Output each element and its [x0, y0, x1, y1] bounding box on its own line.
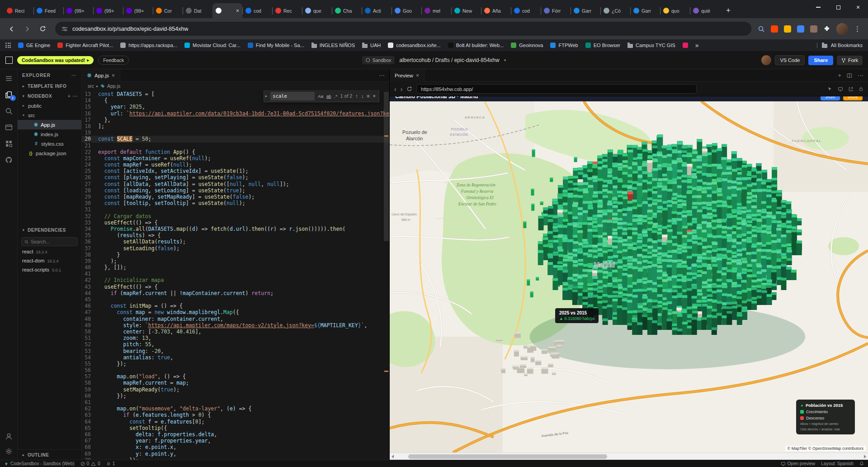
browser-tab[interactable]: mel	[421, 3, 451, 18]
breadcrumb-folder[interactable]: src	[88, 83, 94, 89]
code-line[interactable]: 59 setMapReady(true);	[82, 386, 389, 393]
back-button[interactable]	[5, 23, 18, 35]
scroll-right-icon[interactable]	[864, 455, 866, 458]
close-tab-icon[interactable]: ×	[416, 72, 419, 79]
code-line[interactable]: 18];	[82, 123, 389, 129]
more-actions-icon[interactable]: ⋯	[858, 72, 863, 79]
extensions-icon[interactable]	[5, 140, 13, 148]
tab-close-icon[interactable]: ×	[236, 8, 239, 14]
open-preview-button[interactable]: Open preview	[781, 461, 816, 466]
code-line[interactable]: 49 style: `https://api.maptiler.com/maps…	[82, 322, 389, 329]
browser-tab[interactable]: Cha	[332, 3, 362, 18]
code-line[interactable]: 20const SCALE = 50;	[82, 136, 389, 142]
code-line[interactable]: 27 const [allData, setAllData] = useStat…	[82, 181, 389, 187]
puzzle-extensions-icon[interactable]	[823, 25, 830, 33]
browser-tab[interactable]: cod	[511, 3, 541, 18]
browser-tab[interactable]: Rec	[272, 3, 302, 18]
code-line[interactable]: 25 const [activeIdx, setActiveIdx] = use…	[82, 168, 389, 174]
preview-reload-icon[interactable]	[406, 86, 412, 92]
map-attribution[interactable]: © MapTiler © OpenStreetMap contributors	[785, 446, 866, 451]
fork-button[interactable]: Fork	[837, 56, 863, 65]
section-dependencies[interactable]: ▾ DEPENDENCIES	[18, 225, 81, 235]
code-line[interactable]: 55 });	[82, 361, 389, 367]
tree-item-app-js[interactable]: App.js	[18, 120, 81, 129]
sandbox-breadcrumb[interactable]: albertocohub / Drafts / epic-david-854xh…	[399, 57, 499, 63]
find-in-selection-icon[interactable]: ≡	[367, 93, 369, 99]
profile-avatar[interactable]	[836, 23, 848, 35]
code-line[interactable]: 70 });	[82, 457, 389, 460]
code-line[interactable]: 63 if (e.features.length > 0) {	[82, 412, 389, 418]
account-icon[interactable]	[5, 433, 13, 440]
code-line[interactable]: 32 // Cargar datos	[82, 213, 389, 219]
code-line[interactable]: 31	[82, 206, 389, 213]
address-bar[interactable]: codesandbox.io/p/sandbox/epic-david-854x…	[55, 22, 751, 36]
year-button-2025[interactable]: 2025	[843, 96, 863, 100]
code-line[interactable]: 66 delta: f.properties.delta,	[82, 431, 389, 438]
code-line[interactable]: 48 container: mapContainer.current,	[82, 316, 389, 322]
bookmark-item[interactable]: Movistar Cloud: Car...	[184, 43, 241, 48]
find-previous-icon[interactable]: ↑	[355, 93, 358, 99]
code-line[interactable]: 34 Promise.all(DATASETS.map((d) => fetch…	[82, 226, 389, 232]
preview-tab[interactable]: Preview ×	[390, 69, 425, 82]
code-line[interactable]: 43 useEffect(() => {	[82, 284, 389, 290]
lock-icon[interactable]	[859, 86, 863, 91]
code-line[interactable]: 38 }	[82, 252, 389, 258]
code-line[interactable]: 62 map.on("mousemove", "delta-layer", (e…	[82, 405, 389, 412]
dependency-search[interactable]	[21, 237, 78, 246]
bell-icon[interactable]	[859, 461, 864, 466]
preview-url-field[interactable]: https://854xhw.csb.app/	[416, 84, 697, 94]
code-line[interactable]: 50 center: [-3.703, 40.416],	[82, 329, 389, 335]
tree-item-public[interactable]: ▸public	[18, 101, 81, 110]
browser-tab[interactable]: (99+	[93, 3, 123, 18]
codesandbox-logo-icon[interactable]	[5, 57, 13, 64]
maximize-button[interactable]	[828, 0, 848, 14]
section-template-info[interactable]: ▸ TEMPLATE INFO	[18, 81, 81, 91]
browser-tab[interactable]: (99+	[63, 3, 93, 18]
bookmark-item[interactable]: Bolt AI builder: Web...	[448, 43, 504, 48]
new-tab-button[interactable]: +	[722, 5, 734, 16]
open-external-icon[interactable]	[848, 86, 854, 92]
regex-icon[interactable]: .*	[335, 94, 337, 99]
close-find-icon[interactable]: ×	[373, 93, 376, 99]
editor-scrollbar[interactable]	[383, 90, 389, 460]
all-bookmarks-button[interactable]: All Bookmarks	[817, 43, 863, 48]
keyboard-layout-status[interactable]: Layout: Spanish	[821, 461, 854, 466]
dependency-item[interactable]: react-scripts5.0.1	[18, 267, 81, 276]
bookmark-item[interactable]: GE Engine	[18, 43, 50, 48]
breadcrumb-file[interactable]: App.js	[107, 83, 120, 89]
menu-icon[interactable]	[5, 75, 13, 82]
breadcrumb[interactable]: src ▸ App.js	[82, 82, 389, 90]
update-badge[interactable]: CodeSandbox was updated!▸	[17, 56, 94, 64]
preview-back-icon[interactable]: ‹	[394, 86, 396, 92]
bookmark-item[interactable]: Campus TYC GIS	[627, 43, 675, 48]
more-actions-icon[interactable]: ⋯	[71, 72, 77, 78]
browser-tab[interactable]: Dat	[183, 3, 212, 18]
editor-tabs-more-icon[interactable]: ⋯	[379, 72, 389, 79]
dependency-item[interactable]: react-dom19.2.4	[18, 258, 81, 267]
problems-status[interactable]: 0 0	[80, 461, 100, 466]
browser-tab[interactable]: (99+	[123, 3, 153, 18]
code-line[interactable]: 60 });	[82, 393, 389, 399]
map-canvas[interactable]: Pozuelo deAlarcónPOZUELOESTACIÓNARAVACAZ…	[390, 101, 868, 453]
code-line[interactable]: 40 }, []);	[82, 264, 389, 271]
browser-tab[interactable]: quo	[660, 3, 690, 18]
workspace-status[interactable]: CodeSandbox - Sandbox (Web)	[4, 461, 75, 466]
dependency-item[interactable]: react19.2.4	[18, 249, 81, 258]
code-line[interactable]: 28 const [loading, setLoading] = useStat…	[82, 187, 389, 194]
bookmarks-overflow-icon[interactable]: »	[695, 42, 699, 49]
browser-tab[interactable]: Garr	[571, 3, 600, 18]
code-line[interactable]: 17 },	[82, 117, 389, 123]
code-line[interactable]: 51 zoom: 13,	[82, 335, 389, 341]
lens-search-icon[interactable]	[758, 25, 765, 33]
code-line[interactable]: 29 const [mapReady, setMapReady] = useSt…	[82, 194, 389, 200]
code-line[interactable]: 57 map.on("load", () => {	[82, 373, 389, 380]
settings-gear-icon[interactable]	[5, 448, 13, 455]
preview-horizontal-scrollbar[interactable]	[390, 453, 868, 460]
share-button[interactable]: Share	[808, 56, 833, 65]
code-line[interactable]: 30 const [tooltip, setTooltip] = useStat…	[82, 200, 389, 206]
code-line[interactable]: 33 useEffect(() => {	[82, 219, 389, 226]
code-line[interactable]: 65 setTooltip({	[82, 425, 389, 431]
responsive-mode-icon[interactable]	[838, 86, 843, 92]
code-line[interactable]: 44 if (mapRef.current || !mapContainer.c…	[82, 290, 389, 296]
browser-tab[interactable]: Aña	[481, 3, 511, 18]
